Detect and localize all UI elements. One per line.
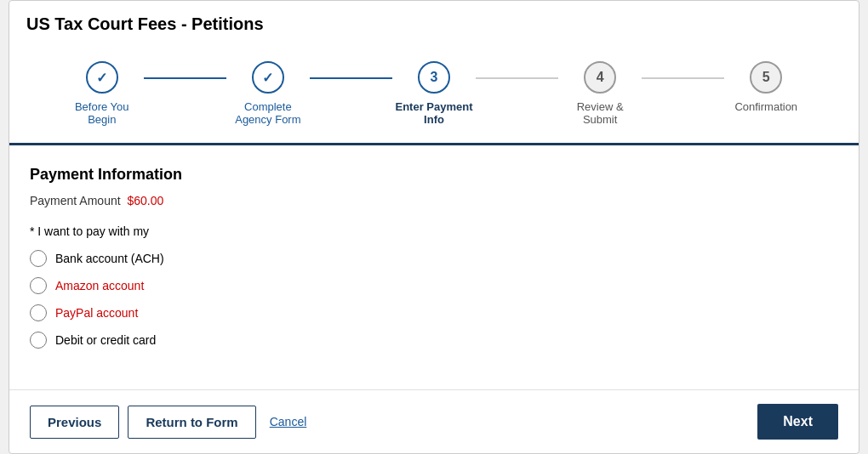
step-3-circle: 3 — [418, 61, 450, 94]
connector-3-4 — [476, 77, 559, 79]
page-container: US Tax Court Fees - Petitions ✓ Before Y… — [9, 0, 859, 454]
stepper: ✓ Before You Begin ✓ Complete Agency For… — [26, 44, 842, 143]
step-1-circle: ✓ — [86, 61, 118, 94]
radio-amazon[interactable]: Amazon account — [30, 277, 838, 294]
step-2: ✓ Complete Agency Form — [226, 61, 310, 126]
radio-paypal[interactable]: PayPal account — [30, 304, 838, 321]
pay-with-label: * I want to pay with my — [30, 224, 838, 238]
step-2-circle: ✓ — [252, 61, 284, 94]
step-1: ✓ Before You Begin — [60, 61, 144, 126]
radio-paypal-label: PayPal account — [55, 306, 138, 320]
step-5-label: Confirmation — [734, 100, 797, 113]
radio-ach-input[interactable] — [30, 250, 47, 267]
radio-card-input[interactable] — [30, 332, 47, 349]
main-content: Payment Information Payment Amount $60.0… — [9, 145, 859, 389]
next-button[interactable]: Next — [757, 404, 838, 440]
radio-card[interactable]: Debit or credit card — [30, 332, 838, 349]
radio-amazon-input[interactable] — [30, 277, 47, 294]
connector-1-2 — [144, 77, 227, 79]
cancel-button[interactable]: Cancel — [265, 406, 312, 437]
page-title: US Tax Court Fees - Petitions — [26, 14, 842, 34]
page-header: US Tax Court Fees - Petitions ✓ Before Y… — [9, 1, 859, 145]
step-3-label: Enter Payment Info — [392, 100, 476, 126]
return-to-form-button[interactable]: Return to Form — [128, 406, 255, 439]
connector-2-3 — [310, 77, 393, 79]
step-2-label: Complete Agency Form — [226, 100, 310, 126]
section-title: Payment Information — [30, 166, 838, 184]
radio-card-label: Debit or credit card — [55, 333, 156, 347]
radio-ach[interactable]: Bank account (ACH) — [30, 250, 838, 267]
payment-amount: Payment Amount $60.00 — [30, 194, 838, 207]
step-4-circle: 4 — [584, 61, 616, 94]
step-4-label: Review & Submit — [558, 100, 642, 126]
step-5: 5 Confirmation — [724, 61, 808, 113]
step-4: 4 Review & Submit — [558, 61, 642, 126]
step-5-circle: 5 — [750, 61, 782, 94]
radio-amazon-label: Amazon account — [55, 279, 144, 292]
previous-button[interactable]: Previous — [30, 406, 119, 439]
payment-amount-value: $60.00 — [127, 194, 163, 207]
radio-paypal-input[interactable] — [30, 304, 47, 321]
radio-ach-label: Bank account (ACH) — [55, 252, 164, 265]
payment-amount-label: Payment Amount — [30, 194, 121, 207]
footer: Previous Return to Form Cancel Next — [9, 389, 859, 453]
connector-4-5 — [642, 77, 725, 79]
step-3: 3 Enter Payment Info — [392, 61, 476, 126]
payment-method-group: Bank account (ACH) Amazon account PayPal… — [30, 250, 838, 349]
step-1-label: Before You Begin — [60, 100, 144, 126]
pay-with-text: * I want to pay with my — [30, 224, 149, 238]
